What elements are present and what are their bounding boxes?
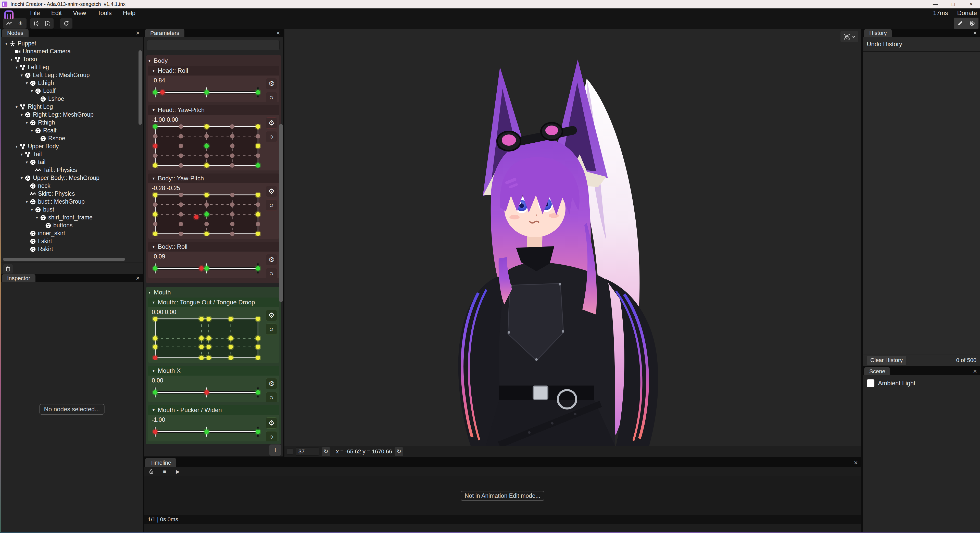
frame-number-input[interactable]: [296, 447, 319, 456]
tree-expander[interactable]: ▼: [24, 200, 30, 204]
clear-history-button[interactable]: Clear History: [867, 356, 906, 365]
inspector-close-icon[interactable]: ×: [136, 274, 140, 282]
param-link-icon[interactable]: [32, 19, 41, 28]
tree-node-left-leg-meshgroup[interactable]: ▼Left Leg:: MeshGroup: [1, 71, 143, 79]
param-slider-widget[interactable]: [152, 85, 261, 100]
tree-node-unnamed-camera[interactable]: Unnamed Camera: [1, 48, 143, 56]
param-header[interactable]: ▼Body:: Yaw-Pitch: [148, 173, 279, 183]
tree-node-lcalf[interactable]: ▼Lcalf: [1, 87, 143, 95]
tree-node-right-leg[interactable]: ▼Right Leg: [1, 103, 143, 111]
nodes-hscrollbar[interactable]: [3, 258, 137, 261]
param-header[interactable]: ▼Head:: Yaw-Pitch: [148, 105, 279, 115]
nodes-vscrollbar[interactable]: [138, 47, 142, 261]
param-settings-gear-icon[interactable]: ⚙: [266, 254, 277, 265]
menu-edit[interactable]: Edit: [46, 8, 67, 18]
tree-expander[interactable]: ▼: [9, 57, 14, 62]
param-settings-gear-icon[interactable]: ⚙: [266, 310, 277, 321]
param-settings-gear-icon[interactable]: ⚙: [266, 118, 277, 129]
tree-node-tail-physics[interactable]: Tail:: Physics: [1, 166, 143, 174]
delete-node-button[interactable]: [3, 264, 13, 274]
param-keyframe-circle-icon[interactable]: ○: [266, 199, 277, 211]
tab-inspector[interactable]: Inspector: [2, 274, 35, 282]
tab-scene[interactable]: Scene: [864, 367, 890, 375]
tree-expander[interactable]: ▼: [14, 145, 19, 148]
tree-node-left-leg[interactable]: ▼Left Leg: [1, 63, 143, 71]
tree-node-rshoe[interactable]: Rshoe: [1, 134, 143, 142]
param-group-header[interactable]: ▼Mouth: [148, 287, 280, 298]
tree-expander[interactable]: ▼: [19, 152, 24, 156]
param-keyframe-circle-icon[interactable]: ○: [266, 431, 277, 441]
param-grid-widget[interactable]: [152, 193, 261, 236]
nodes-close-icon[interactable]: ×: [136, 29, 140, 37]
tree-node-torso[interactable]: ▼Torso: [1, 56, 143, 63]
tree-node-bust-meshgroup[interactable]: ▼bust:: MeshGroup: [1, 198, 143, 206]
param-keyframe-circle-icon[interactable]: ○: [266, 268, 277, 278]
tree-node-lthigh[interactable]: ▼Lthigh: [1, 79, 143, 87]
viewport-camera-options-button[interactable]: [840, 31, 858, 42]
tree-expander[interactable]: ▼: [14, 105, 19, 109]
tree-node-rcalf[interactable]: ▼Rcalf: [1, 127, 143, 134]
param-settings-gear-icon[interactable]: ⚙: [266, 78, 277, 89]
menu-tools[interactable]: Tools: [92, 8, 117, 18]
tree-expander[interactable]: ▼: [29, 208, 35, 212]
param-header[interactable]: ▼Mouth:: Tongue Out / Tongue Droop: [148, 298, 279, 307]
donate-link[interactable]: Donate: [957, 10, 977, 17]
frame-refresh-icon[interactable]: ↻: [321, 447, 330, 456]
coords-refresh-icon[interactable]: ↻: [395, 447, 403, 456]
tab-nodes[interactable]: Nodes: [2, 29, 29, 37]
frame-swatch[interactable]: [287, 449, 293, 455]
tree-expander[interactable]: ▼: [19, 113, 24, 117]
maximize-button[interactable]: □: [944, 0, 962, 8]
add-parameter-button[interactable]: +: [269, 444, 281, 456]
history-close-icon[interactable]: ×: [973, 29, 977, 37]
param-group-header[interactable]: ▼Body: [148, 56, 280, 66]
tree-node-buttons[interactable]: buttons: [1, 221, 143, 229]
tab-timeline[interactable]: Timeline: [145, 458, 176, 467]
tree-node-puppet[interactable]: ▼Puppet: [1, 40, 143, 48]
tree-expander[interactable]: ▼: [29, 129, 35, 133]
param-keyframe-circle-icon[interactable]: ○: [266, 323, 277, 335]
tree-node-skirt-physics[interactable]: Skirt:: Physics: [1, 190, 143, 198]
tree-expander[interactable]: ▼: [14, 65, 19, 69]
timeline-close-icon[interactable]: ×: [854, 458, 858, 467]
tree-node-shirt-front-frame[interactable]: ▼shirt_front_frame: [1, 213, 143, 221]
menu-file[interactable]: File: [24, 8, 46, 18]
tree-expander[interactable]: ▼: [24, 160, 30, 164]
param-header[interactable]: ▼Body:: Roll: [148, 242, 279, 251]
mirror-view-icon[interactable]: [43, 19, 52, 28]
param-grid-widget[interactable]: [152, 124, 261, 168]
param-settings-gear-icon[interactable]: ⚙: [266, 186, 277, 197]
param-keyframe-circle-icon[interactable]: ○: [266, 92, 277, 102]
parameters-close-icon[interactable]: ×: [276, 29, 280, 37]
tree-node-upper-body[interactable]: ▼Upper Body: [1, 142, 143, 150]
menu-help[interactable]: Help: [117, 8, 141, 18]
tree-node-right-leg-meshgroup[interactable]: ▼Right Leg:: MeshGroup: [1, 111, 143, 119]
param-slider-widget[interactable]: [152, 424, 261, 439]
param-header[interactable]: ▼Mouth - Pucker / Widen: [148, 405, 279, 415]
minimize-button[interactable]: —: [926, 0, 944, 8]
viewport[interactable]: ↻ x = -65.62 y = 1670.66 ↻: [285, 29, 861, 457]
tree-expander[interactable]: ▼: [34, 216, 40, 220]
tree-expander[interactable]: ▼: [19, 73, 24, 77]
tree-node-lskirt[interactable]: Lskirt: [1, 237, 143, 245]
play-icon[interactable]: ▶: [173, 468, 183, 475]
lock-icon[interactable]: [146, 468, 156, 475]
parameters-vscrollbar[interactable]: [279, 62, 283, 438]
tree-node-neck[interactable]: neck: [1, 182, 143, 190]
tree-expander[interactable]: ▼: [29, 89, 35, 93]
param-settings-gear-icon[interactable]: ⚙: [266, 378, 277, 389]
tree-expander[interactable]: ▼: [19, 176, 24, 180]
tree-node-rskirt[interactable]: Rskirt: [1, 245, 143, 253]
deform-sun-icon[interactable]: ☀: [16, 19, 25, 28]
stop-icon[interactable]: ■: [159, 468, 170, 475]
param-header[interactable]: ▼Head:: Roll: [148, 66, 279, 76]
tree-node-lshoe[interactable]: Lshoe: [1, 95, 143, 103]
tree-node-tail[interactable]: ▼Tail: [1, 150, 143, 158]
param-slider-widget[interactable]: [152, 385, 261, 399]
scene-close-icon[interactable]: ×: [973, 367, 977, 375]
ambient-light-color-swatch[interactable]: [867, 379, 874, 387]
tree-expander[interactable]: ▼: [24, 81, 30, 85]
tree-node-tail[interactable]: ▼tail: [1, 158, 143, 166]
tree-expander[interactable]: ▼: [3, 41, 9, 46]
tree-node-bust[interactable]: ▼bust: [1, 206, 143, 213]
